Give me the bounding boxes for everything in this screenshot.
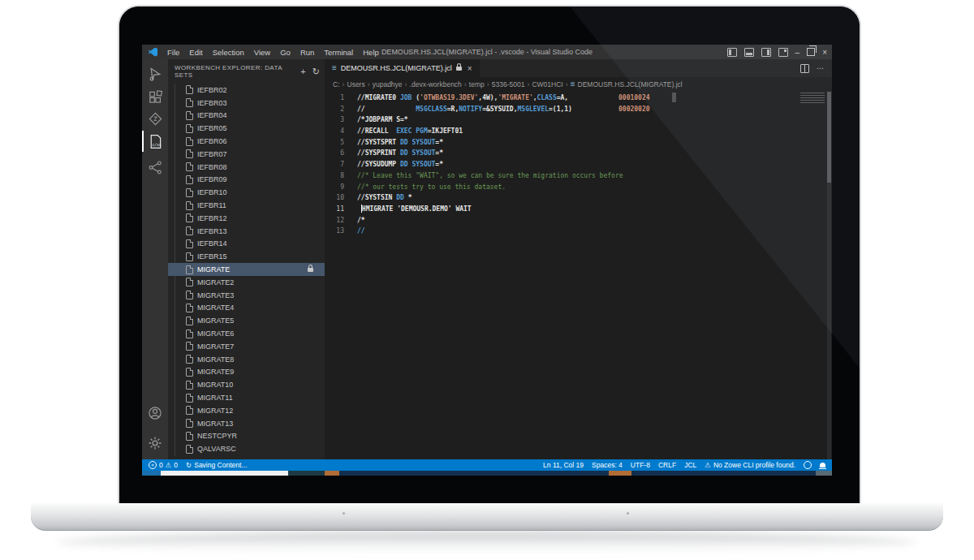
toggle-secondary-sidebar-icon[interactable] [761,48,771,57]
dataset-item-iefbr06[interactable]: IEFBR06 [168,135,325,148]
tab-active[interactable]: ≡ DEMOUSR.HS.JCL(MIGRATE).jcl × [325,59,480,77]
code-line[interactable]: 2// MSGCLASS=R,NOTIFY=&SYSUID,MSGLEVEL=(… [325,104,832,115]
editor-more-actions-icon[interactable]: ⋯ [817,64,824,72]
settings-gear-icon[interactable] [146,434,164,452]
code-area[interactable]: 1//MIGRATE0 JOB ('OTWBAS19.3DEV',4W),'MI… [325,92,832,459]
notifications-bell-icon[interactable] [820,463,825,467]
debug-icon[interactable] [146,65,164,83]
dataset-item-migrat12[interactable]: MIGRAT12 [168,404,325,417]
menu-go[interactable]: Go [275,48,295,57]
dataset-item-migrate3[interactable]: MIGRATE3 [168,289,325,302]
api-connections-icon[interactable] [146,158,164,176]
code-line[interactable]: 6//SYSPRINT DD SYSOUT=* [325,148,832,159]
eol-sequence[interactable]: CRLF [658,461,676,469]
dataset-item-iefbr10[interactable]: IEFBR10 [168,186,325,199]
code-line[interactable]: 7//SYSUDUMP DD SYSOUT=* [325,159,832,170]
add-dataset-icon[interactable]: + [300,67,305,77]
dataset-item-iefbr15[interactable]: IEFBR15 [168,250,325,263]
accounts-icon[interactable] [146,404,164,422]
line-number: 1 [325,93,344,104]
menu-run[interactable]: Run [295,48,319,57]
menu-help[interactable]: Help [358,48,384,57]
file-icon [186,394,193,403]
zowe-icon[interactable]: Z [146,110,164,127]
code-line[interactable]: 5//SYSTSPRT DD SYSOUT=* [325,137,832,149]
dataset-item-migrate9[interactable]: MIGRATE9 [168,366,325,379]
dataset-item-migrat13[interactable]: MIGRAT13 [168,417,325,430]
dataset-item-iefbr11[interactable]: IEFBR11 [168,199,325,212]
dataset-item-migrat11[interactable]: MIGRAT11 [168,391,325,404]
customize-layout-icon[interactable] [778,48,788,57]
indentation[interactable]: Spaces: 4 [592,461,623,469]
breadcrumb-item[interactable]: temp [469,80,485,88]
line-number: 2 [325,104,344,115]
dataset-item-migrate7[interactable]: MIGRATE7 [168,340,325,353]
breadcrumb-item[interactable]: Users [347,80,365,88]
dataset-item-migrate8[interactable]: MIGRATE8 [168,353,325,366]
code-line[interactable]: 1//MIGRATE0 JOB ('OTWBAS19.3DEV',4W),'MI… [325,93,832,104]
dataset-item-iefbr02[interactable]: IEFBR02 [168,84,325,97]
cursor-position[interactable]: Ln 11, Col 19 [543,461,584,469]
breadcrumb-item[interactable]: C: [333,80,340,88]
code-line[interactable]: 13// [325,226,832,237]
menu-view[interactable]: View [249,48,275,57]
dataset-label: MIGRAT10 [197,381,233,389]
taskbar-segment [816,471,832,476]
minimap[interactable] [800,93,825,105]
extensions-icon[interactable] [146,88,164,106]
code-line[interactable]: 12/* [325,215,832,226]
split-editor-icon[interactable] [800,64,809,73]
toggle-sidebar-icon[interactable] [727,48,737,57]
taskbar-segment [325,471,339,476]
dataset-item-qalvarsc[interactable]: QALVARSC [168,442,325,455]
dataset-item-iefbr13[interactable]: IEFBR13 [168,225,325,238]
scrollbar-thumb[interactable] [827,92,831,183]
menu-edit[interactable]: Edit [184,48,207,57]
dataset-item-migrat10[interactable]: MIGRAT10 [168,378,325,391]
dataset-item-iefbr12[interactable]: IEFBR12 [168,212,325,225]
menu-selection[interactable]: Selection [208,48,249,57]
zos-editor-icon[interactable]: z/os [146,132,164,150]
editor-scrollbar[interactable] [827,92,831,459]
breadcrumb-item[interactable]: yupadhye [373,80,403,88]
dataset-label: IEFBR11 [197,201,226,209]
dataset-item-migrate2[interactable]: MIGRATE2 [168,276,325,289]
breadcrumb-item[interactable]: 5336-5001 [492,80,525,88]
dataset-item-iefbr07[interactable]: IEFBR07 [168,148,325,161]
code-line[interactable]: 10//SYSTSIN DD * [325,192,832,204]
dataset-item-migrate4[interactable]: MIGRATE4 [168,302,325,315]
dataset-item-migrate[interactable]: MIGRATE [168,263,325,276]
encoding[interactable]: UTF-8 [631,461,650,469]
dataset-label: IEFBR13 [197,227,227,235]
zowe-profile-warning[interactable]: ⚠ No Zowe CLI profile found. [705,461,795,469]
code-line[interactable]: 3/*JOBPARM S=* [325,114,832,126]
refresh-icon[interactable]: ↻ [312,67,320,77]
dataset-item-iefbr03[interactable]: IEFBR03 [168,97,325,110]
dataset-item-iefbr05[interactable]: IEFBR05 [168,122,325,135]
tab-close-icon[interactable]: × [468,64,472,73]
dataset-item-nestcpyr[interactable]: NESTCPYR [168,430,325,443]
dataset-item-iefbr08[interactable]: IEFBR08 [168,161,325,174]
code-line[interactable]: 9//* our tests try to use this dataset. [325,182,832,193]
problems-indicator[interactable]: × 0 ⚠ 0 [149,461,178,469]
code-line[interactable]: 11 HMIGRATE 'DEMOUSR.DEMO' WAIT [325,204,832,215]
chevron-right-icon: › [343,80,345,88]
toggle-panel-icon[interactable] [744,48,754,57]
minimize-button[interactable]: – [795,49,800,56]
close-button[interactable]: × [822,49,827,56]
dataset-item-iefbr09[interactable]: IEFBR09 [168,174,325,187]
breadcrumb-item[interactable]: CW01HCI [532,80,562,88]
feedback-icon[interactable] [804,461,812,469]
dataset-item-iefbr04[interactable]: IEFBR04 [168,110,325,123]
dataset-item-iefbr14[interactable]: IEFBR14 [168,238,325,251]
breadcrumb-item[interactable]: .devx-workbench [410,80,462,88]
code-line[interactable]: 8//* Leave this "WAIT", so we can be sur… [325,170,832,182]
menu-file[interactable]: File [162,48,184,57]
restore-button[interactable] [807,48,815,56]
breadcrumb-item[interactable]: DEMOUSR.HS.JCL(MIGRATE).jcl [578,80,683,88]
dataset-item-migrate5[interactable]: MIGRATE5 [168,314,325,327]
menu-terminal[interactable]: Terminal [319,48,358,57]
code-line[interactable]: 4//RECALL EXEC PGM=IKJEFT01 [325,126,832,137]
dataset-item-migrate6[interactable]: MIGRATE6 [168,327,325,340]
language-mode[interactable]: JCL [684,461,696,469]
